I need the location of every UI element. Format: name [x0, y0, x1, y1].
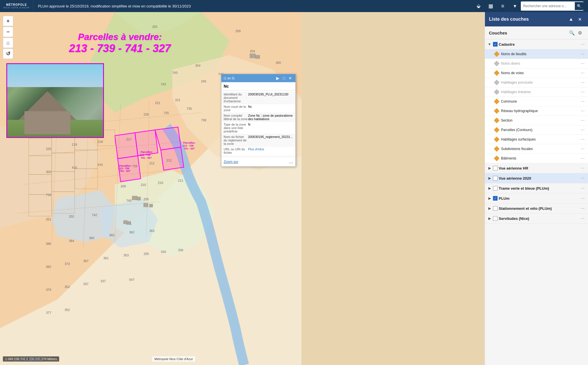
layer-item[interactable]: Réseau hydrographique··· — [485, 106, 588, 116]
layer-group-checkbox[interactable] — [493, 186, 498, 191]
layer-group-name: Vue aérienne HR — [499, 166, 579, 170]
layer-list[interactable]: ▼Cadastre···Noms de lieudits···Noms dive… — [485, 39, 588, 365]
layer-group-toggle-icon: ▼ — [487, 42, 492, 47]
layer-group-menu-button[interactable]: ··· — [580, 41, 586, 47]
photo-inner — [7, 64, 103, 137]
svg-text:226: 226 — [144, 113, 149, 116]
layer-item[interactable]: Noms de lieudits··· — [485, 49, 588, 59]
svg-text:245: 245 — [201, 80, 206, 83]
dropdown-icon-btn[interactable]: ▾ — [509, 0, 521, 12]
search-button[interactable]: 🔍 — [575, 2, 583, 10]
layer-group-checkbox[interactable] — [493, 196, 498, 201]
svg-text:Parcelles:: Parcelles: — [141, 151, 153, 153]
layer-group-menu-button[interactable]: ··· — [580, 205, 586, 212]
panel-collapse-button[interactable]: ▲ — [567, 15, 575, 24]
layer-group-cadastre[interactable]: ▼Cadastre··· — [485, 39, 588, 49]
svg-text:255: 255 — [152, 25, 157, 28]
svg-text:742: 742 — [92, 213, 97, 217]
svg-text:220: 220 — [46, 147, 51, 151]
layer-item-name: Réseau hydrographique — [501, 109, 578, 113]
popup-close-button[interactable]: ✕ — [287, 75, 293, 81]
layer-item[interactable]: Habillages linéaires··· — [485, 87, 588, 97]
layer-group-checkbox[interactable] — [493, 166, 498, 170]
layer-item-menu-button[interactable]: ··· — [580, 108, 586, 114]
svg-text:353: 353 — [123, 253, 129, 257]
layer-group-checkbox[interactable] — [493, 216, 498, 221]
svg-text:217: 217 — [126, 138, 131, 141]
layer-group-vue-aérienne-hr[interactable]: ▶Vue aérienne HR··· — [485, 163, 588, 173]
popup: (1 de 5) ▶ □ ✕ Nc Identifiant du documen… — [221, 74, 296, 167]
popup-row: Nom court de la zoneNc — [221, 104, 295, 113]
layer-group-name: Stationnement et vélo (PLUm) — [499, 206, 579, 211]
layer-item[interactable]: Commune··· — [485, 97, 588, 106]
layer-group-plum[interactable]: ▶PLUm··· — [485, 193, 588, 203]
grid-icon-btn[interactable]: ▦ — [485, 0, 497, 12]
layer-group-menu-button[interactable]: ··· — [580, 195, 586, 201]
home-button[interactable]: ⌂ — [3, 38, 13, 48]
layer-group-checkbox[interactable] — [493, 42, 498, 47]
refresh-button[interactable]: ↺ — [3, 49, 13, 59]
layer-item[interactable]: Bâtiments··· — [485, 154, 588, 163]
layer-group-servitudes-(nice)[interactable]: ▶Servitudes (Nice)··· — [485, 214, 588, 224]
popup-window-button[interactable]: □ — [281, 75, 287, 81]
layer-group-vue-aérienne-2020[interactable]: ▶Vue aérienne 2020··· — [485, 173, 588, 183]
layer-group-stationnement-et-vélo-(plum)[interactable]: ▶Stationnement et vélo (PLUm)··· — [485, 203, 588, 214]
popup-row-value[interactable]: Plus d'infos — [248, 147, 264, 154]
layer-item-menu-button[interactable]: ··· — [580, 79, 586, 86]
layer-group-checkbox[interactable] — [493, 176, 498, 180]
layer-group-menu-button[interactable]: ··· — [580, 165, 586, 171]
layer-item[interactable]: Habillages surfaciques··· — [485, 135, 588, 144]
popup-body: Identifiant du document d'urbanisme20003… — [221, 91, 295, 157]
svg-text:725: 725 — [164, 111, 169, 115]
map-container[interactable]: + − ⌂ ↺ — [0, 0, 301, 365]
layer-item-menu-button[interactable]: ··· — [580, 70, 586, 76]
layer-item[interactable]: Noms de voies··· — [485, 68, 588, 78]
svg-marker-16 — [115, 133, 138, 159]
svg-text:365: 365 — [109, 233, 114, 237]
popup-play-button[interactable]: ▶ — [275, 75, 281, 81]
layers-icon-btn[interactable]: ⬙ — [473, 0, 485, 12]
layer-item-menu-button[interactable]: ··· — [580, 51, 586, 57]
panel-close-button[interactable]: ✕ — [575, 15, 584, 24]
layer-diamond-icon — [494, 80, 499, 85]
layer-group-menu-button[interactable]: ··· — [580, 185, 586, 191]
layer-item-name: Bâtiments — [501, 156, 578, 160]
layer-group-trame-verte-et-bleue-(plum)[interactable]: ▶Trame verte et bleue (PLUm)··· — [485, 183, 588, 193]
layer-item[interactable]: Noms divers··· — [485, 59, 588, 68]
svg-text:211: 211 — [178, 179, 183, 182]
layer-item-menu-button[interactable]: ··· — [580, 146, 586, 152]
svg-text:740: 740 — [126, 199, 131, 202]
couches-search-button[interactable]: 🔍 — [568, 29, 576, 37]
logo-line1: MÉTROPOLE — [6, 3, 27, 6]
svg-text:373: 373 — [65, 262, 70, 266]
couches-filter-button[interactable]: ⚙ — [576, 29, 584, 37]
layer-item-menu-button[interactable]: ··· — [580, 117, 586, 124]
layer-item-menu-button[interactable]: ··· — [580, 89, 586, 95]
layer-item-menu-button[interactable]: ··· — [580, 127, 586, 133]
layer-group-toggle-icon: ▶ — [487, 196, 492, 201]
zoom-in-button[interactable]: + — [3, 16, 13, 26]
layer-item-menu-button[interactable]: ··· — [580, 60, 586, 67]
menu-icon-btn[interactable]: ≡ — [497, 0, 509, 12]
layer-item-menu-button[interactable]: ··· — [580, 155, 586, 162]
popup-zoom-button[interactable]: Zoom sur — [224, 160, 238, 164]
layer-group-name: PLUm — [499, 196, 579, 201]
popup-more-info-link[interactable]: Plus d'infos — [248, 147, 264, 151]
layer-item[interactable]: Subdivisions fiscales··· — [485, 144, 588, 154]
layer-group-menu-button[interactable]: ··· — [580, 175, 586, 181]
layer-item[interactable]: Section··· — [485, 116, 588, 125]
layer-item[interactable]: Parcelles (Contours)··· — [485, 125, 588, 135]
layer-diamond-icon — [494, 127, 499, 132]
layer-item[interactable]: Habillages ponctuels··· — [485, 78, 588, 87]
layer-item-menu-button[interactable]: ··· — [580, 136, 586, 143]
zoom-out-button[interactable]: − — [3, 27, 13, 37]
layer-item-menu-button[interactable]: ··· — [580, 98, 586, 105]
layer-group-menu-button[interactable]: ··· — [580, 215, 586, 222]
popup-nav: (1 de 5) — [224, 76, 235, 80]
search-input[interactable] — [523, 4, 575, 8]
layer-group-checkbox[interactable] — [493, 206, 498, 211]
svg-text:363: 363 — [149, 229, 154, 233]
layer-diamond-icon — [494, 156, 499, 161]
layer-group-toggle-icon: ▶ — [487, 206, 492, 211]
popup-more-button[interactable]: ... — [289, 159, 293, 165]
